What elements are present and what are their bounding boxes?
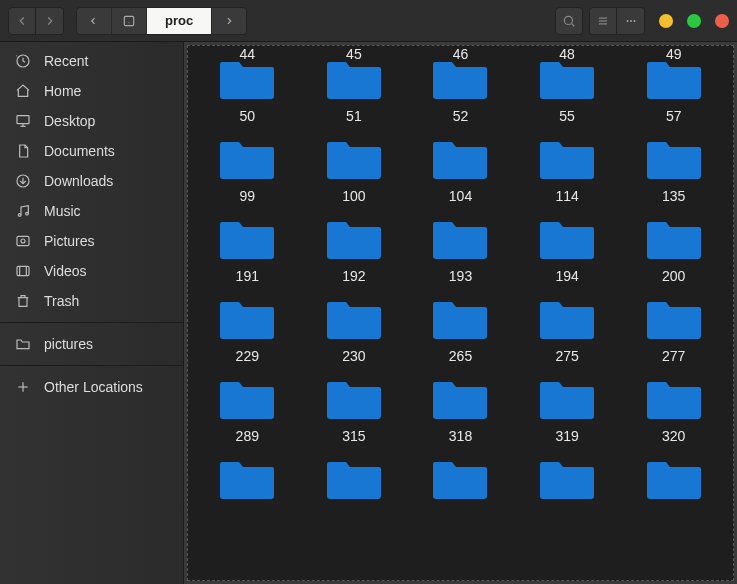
disk-icon <box>122 14 136 28</box>
folder-icon <box>539 138 595 180</box>
folder-label: 200 <box>662 268 685 284</box>
search-button[interactable] <box>555 7 583 35</box>
folder-item[interactable] <box>301 450 408 514</box>
folder-item[interactable]: 265 <box>407 290 514 370</box>
folder-item[interactable]: 191 <box>194 210 301 290</box>
folder-icon <box>539 378 595 420</box>
folder-item[interactable]: 100 <box>301 130 408 210</box>
sidebar-item-desktop[interactable]: Desktop <box>0 106 183 136</box>
icon-view[interactable]: 4445464849 50515255579910010411413519119… <box>187 45 734 581</box>
folder-item[interactable]: 275 <box>514 290 621 370</box>
trash-icon <box>14 292 32 310</box>
path-current[interactable]: proc <box>147 8 212 34</box>
recent-icon <box>14 52 32 70</box>
sidebar-item-music[interactable]: Music <box>0 196 183 226</box>
folder-label: 229 <box>236 348 259 364</box>
folder-label: 277 <box>662 348 685 364</box>
folder-label: 318 <box>449 428 472 444</box>
sidebar-separator <box>0 322 183 323</box>
downloads-icon <box>14 172 32 190</box>
view-list-button[interactable] <box>589 7 617 35</box>
folder-item[interactable]: 194 <box>514 210 621 290</box>
sidebar-item-label: Home <box>44 83 81 99</box>
window-minimize[interactable] <box>659 14 673 28</box>
music-icon <box>14 202 32 220</box>
back-button[interactable] <box>8 7 36 35</box>
folder-item[interactable] <box>194 450 301 514</box>
folder-icon <box>219 298 275 340</box>
documents-icon <box>14 142 32 160</box>
folder-label: 192 <box>342 268 365 284</box>
folder-item[interactable]: 50 <box>194 50 301 130</box>
folder-item[interactable] <box>514 450 621 514</box>
sidebar-item-label: Other Locations <box>44 379 143 395</box>
folder-icon <box>326 378 382 420</box>
folder-label: 230 <box>342 348 365 364</box>
sidebar-item-trash[interactable]: Trash <box>0 286 183 316</box>
folder-item[interactable]: 200 <box>620 210 727 290</box>
sidebar-item-pictures[interactable]: pictures <box>0 329 183 359</box>
folder-item[interactable]: 51 <box>301 50 408 130</box>
folder-item[interactable] <box>407 450 514 514</box>
svg-point-1 <box>128 22 129 23</box>
folder-item[interactable]: 192 <box>301 210 408 290</box>
sidebar-item-home[interactable]: Home <box>0 76 183 106</box>
folder-item[interactable]: 318 <box>407 370 514 450</box>
folder-item[interactable]: 229 <box>194 290 301 370</box>
folder-label: 104 <box>449 188 472 204</box>
svg-point-7 <box>626 20 628 22</box>
folder-item[interactable]: 277 <box>620 290 727 370</box>
folder-label: 114 <box>555 188 578 204</box>
sidebar-item-downloads[interactable]: Downloads <box>0 166 183 196</box>
folder-item[interactable]: 114 <box>514 130 621 210</box>
sidebar-item-documents[interactable]: Documents <box>0 136 183 166</box>
hamburger-menu-button[interactable] <box>617 7 645 35</box>
folder-item[interactable]: 55 <box>514 50 621 130</box>
folder-icon <box>219 218 275 260</box>
sidebar-item-recent[interactable]: Recent <box>0 46 183 76</box>
svg-rect-0 <box>124 16 133 25</box>
path-up-button[interactable] <box>77 8 112 34</box>
folder-item[interactable]: 230 <box>301 290 408 370</box>
path-next-button[interactable] <box>212 8 246 34</box>
folder-icon <box>646 298 702 340</box>
folder-icon <box>14 335 32 353</box>
nav-back-forward <box>8 7 64 35</box>
plus-icon <box>14 378 32 396</box>
folder-item[interactable]: 320 <box>620 370 727 450</box>
folder-label: 191 <box>236 268 259 284</box>
window-close[interactable] <box>715 14 729 28</box>
view-menu-group <box>589 7 645 35</box>
folder-icon <box>646 138 702 180</box>
folder-icon <box>326 458 382 500</box>
forward-button[interactable] <box>36 7 64 35</box>
folder-icon <box>432 378 488 420</box>
folder-icon <box>432 58 488 100</box>
folder-item[interactable]: 193 <box>407 210 514 290</box>
folder-item[interactable]: 99 <box>194 130 301 210</box>
folder-item[interactable] <box>620 450 727 514</box>
sidebar-item-label: Recent <box>44 53 88 69</box>
sidebar-other-locations[interactable]: Other Locations <box>0 372 183 402</box>
folder-item[interactable]: 289 <box>194 370 301 450</box>
sidebar-item-label: Documents <box>44 143 115 159</box>
folder-item[interactable]: 315 <box>301 370 408 450</box>
sidebar: RecentHomeDesktopDocumentsDownloadsMusic… <box>0 42 184 584</box>
svg-point-8 <box>630 20 632 22</box>
folder-icon <box>326 138 382 180</box>
folder-item[interactable]: 135 <box>620 130 727 210</box>
folder-item[interactable]: 104 <box>407 130 514 210</box>
sidebar-item-pictures[interactable]: Pictures <box>0 226 183 256</box>
path-disk-button[interactable] <box>112 8 147 34</box>
folder-item[interactable]: 319 <box>514 370 621 450</box>
sidebar-item-videos[interactable]: Videos <box>0 256 183 286</box>
folder-icon <box>326 298 382 340</box>
window-maximize[interactable] <box>687 14 701 28</box>
folder-item[interactable]: 52 <box>407 50 514 130</box>
folder-label: 99 <box>240 188 256 204</box>
folder-icon <box>326 218 382 260</box>
folder-label: 265 <box>449 348 472 364</box>
folder-item[interactable]: 57 <box>620 50 727 130</box>
folder-icon <box>432 458 488 500</box>
chevron-left-icon <box>15 14 29 28</box>
